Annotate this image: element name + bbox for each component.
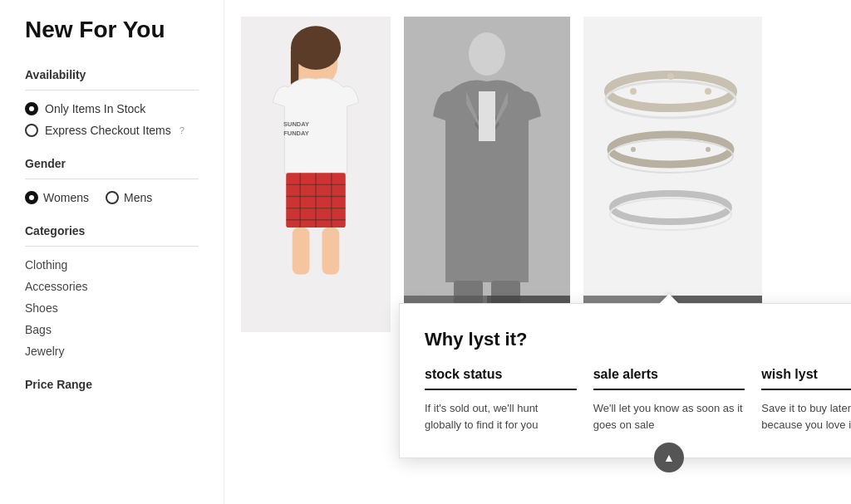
mens-option[interactable]: Mens: [106, 191, 152, 204]
gender-divider: [25, 179, 199, 179]
product-card-1[interactable]: SUNDAY FUNDAY: [241, 17, 391, 332]
price-range-section: Price Range: [25, 378, 199, 391]
popup-arrow: [659, 294, 679, 304]
svg-point-27: [705, 88, 711, 95]
lyst-popup: Why lyst it? stock status If it's sold o…: [399, 303, 851, 458]
only-in-stock-label: Only Items In Stock: [45, 102, 145, 115]
categories-list: Clothing Accessories Shoes Bags Jewelry: [25, 258, 199, 358]
popup-col-stock: stock status If it's sold out, we'll hun…: [425, 367, 577, 433]
category-shoes[interactable]: Shoes: [25, 301, 199, 315]
popup-wish-text: Save it to buy later or just because you…: [761, 400, 851, 433]
svg-text:SUNDAY: SUNDAY: [283, 120, 309, 128]
availability-divider: [25, 90, 199, 91]
express-checkout-option[interactable]: Express Checkout Items ?: [25, 124, 199, 137]
product-card-2[interactable]: + Lyst it View ›: [404, 17, 570, 332]
main-content: SUNDAY FUNDAY: [224, 0, 851, 504]
products-grid: SUNDAY FUNDAY: [241, 17, 834, 332]
gender-group: Womens Mens: [25, 191, 199, 204]
svg-text:FUNDAY: FUNDAY: [283, 130, 309, 137]
availability-group: Only Items In Stock Express Checkout Ite…: [25, 102, 199, 137]
popup-columns: stock status If it's sold out, we'll hun…: [425, 367, 851, 433]
popup-stock-text: If it's sold out, we'll hunt globally to…: [425, 400, 577, 433]
category-clothing[interactable]: Clothing: [25, 258, 199, 272]
popup-sale-text: We'll let you know as soon as it goes on…: [593, 400, 745, 433]
availability-label: Availability: [25, 68, 199, 81]
gender-label: Gender: [25, 157, 199, 170]
categories-section: Categories Clothing Accessories Shoes Ba…: [25, 224, 199, 358]
svg-point-29: [706, 147, 711, 152]
category-accessories[interactable]: Accessories: [25, 280, 199, 293]
category-jewelry[interactable]: Jewelry: [25, 345, 199, 358]
popup-stock-title: stock status: [425, 367, 577, 390]
popup-sale-title: sale alerts: [593, 367, 745, 390]
express-checkout-help: ?: [180, 125, 184, 135]
svg-rect-14: [322, 228, 340, 274]
womens-radio[interactable]: [25, 191, 38, 204]
svg-point-26: [667, 73, 674, 80]
svg-point-15: [469, 32, 505, 76]
womens-option[interactable]: Womens: [25, 191, 89, 204]
svg-point-28: [631, 147, 636, 152]
categories-divider: [25, 246, 199, 247]
popup-title: Why lyst it?: [425, 329, 851, 350]
page-title: New For You: [25, 17, 199, 43]
category-bags[interactable]: Bags: [25, 323, 199, 336]
mens-radio[interactable]: [106, 191, 119, 204]
popup-scroll-icon: ▲: [663, 451, 675, 464]
availability-section: Availability Only Items In Stock Express…: [25, 68, 199, 137]
svg-rect-13: [293, 228, 310, 274]
jewelry-image: [583, 17, 758, 332]
product-card-3[interactable]: + Lyst it View ›: [583, 17, 762, 332]
price-range-label: Price Range: [25, 378, 199, 391]
svg-point-25: [630, 88, 637, 95]
express-checkout-radio[interactable]: [25, 124, 38, 137]
popup-wish-title: wish lyst: [761, 367, 851, 390]
express-checkout-label: Express Checkout Items: [45, 124, 171, 137]
categories-label: Categories: [25, 224, 199, 237]
popup-scroll-button[interactable]: ▲: [654, 443, 684, 472]
mens-label: Mens: [124, 191, 152, 204]
only-in-stock-option[interactable]: Only Items In Stock: [25, 102, 199, 115]
only-in-stock-radio[interactable]: [25, 102, 38, 115]
svg-rect-16: [479, 91, 495, 141]
suit-image: [404, 17, 570, 332]
popup-col-wish: wish lyst Save it to buy later or just b…: [761, 367, 851, 433]
sidebar: New For You Availability Only Items In S…: [0, 0, 224, 504]
womens-label: Womens: [43, 191, 89, 204]
tshirt-image: SUNDAY FUNDAY: [249, 17, 382, 282]
gender-section: Gender Womens Mens: [25, 157, 199, 204]
popup-col-sale: sale alerts We'll let you know as soon a…: [593, 367, 745, 433]
